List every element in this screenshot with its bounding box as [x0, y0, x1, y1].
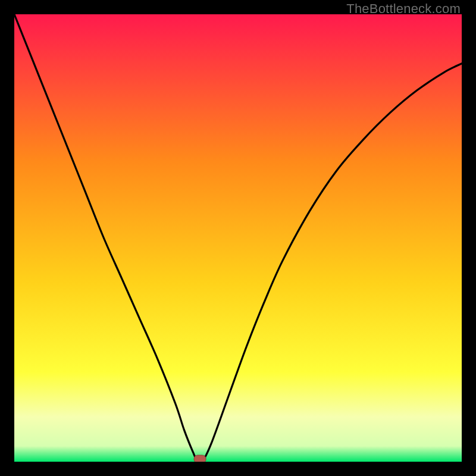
- chart-frame: [14, 14, 462, 462]
- bottleneck-chart: [14, 14, 462, 462]
- gradient-background: [14, 14, 462, 462]
- watermark-text: TheBottleneck.com: [346, 1, 461, 17]
- optimum-marker: [194, 455, 206, 462]
